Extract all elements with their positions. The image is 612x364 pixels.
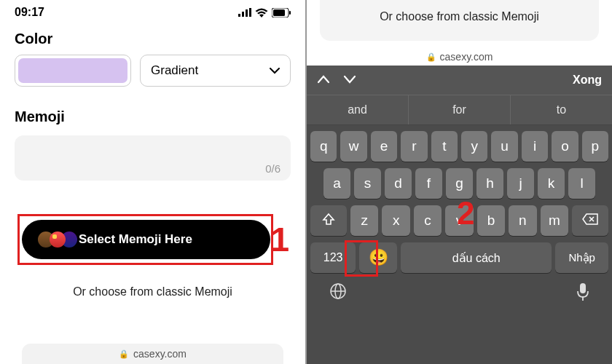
keyboard: q w e r t y u i o p a s d f g h j k l z: [307, 125, 612, 364]
key-x[interactable]: x: [382, 205, 409, 236]
key-f[interactable]: f: [415, 168, 442, 199]
annotation-step-2: 2: [457, 195, 474, 232]
backspace-icon: [582, 213, 598, 229]
chevron-down-icon: [270, 63, 280, 78]
suggestion-bar: and for to: [307, 95, 612, 125]
lock-icon: 🔒: [426, 52, 436, 62]
classic-memoji-card-label: Or choose from classic Memoji: [380, 10, 539, 23]
gradient-dropdown-label: Gradient: [151, 63, 198, 78]
key-g[interactable]: g: [446, 168, 473, 199]
url-text-right: casexy.com: [440, 51, 493, 63]
key-b[interactable]: b: [477, 205, 505, 236]
key-u[interactable]: u: [491, 131, 517, 162]
swatch-preview: [18, 58, 128, 83]
classic-memoji-prompt: Or choose from classic Memoji: [15, 285, 291, 298]
keyboard-next-icon[interactable]: [343, 74, 356, 87]
key-t[interactable]: t: [431, 131, 458, 162]
status-bar: 09:17: [0, 0, 305, 22]
classic-memoji-card[interactable]: Or choose from classic Memoji: [320, 0, 599, 41]
color-swatch-picker[interactable]: [15, 55, 131, 87]
key-y[interactable]: y: [461, 131, 487, 162]
keyboard-prev-icon[interactable]: [317, 74, 330, 87]
microphone-icon[interactable]: [576, 282, 589, 306]
gradient-dropdown[interactable]: Gradient: [140, 55, 291, 87]
key-a[interactable]: a: [323, 168, 350, 199]
key-q[interactable]: q: [310, 131, 337, 162]
key-n[interactable]: n: [509, 205, 536, 236]
url-text: casexy.com: [133, 348, 187, 360]
svg-rect-2: [246, 9, 248, 17]
address-bar-right[interactable]: 🔒 casexy.com: [307, 47, 612, 66]
cellular-signal-icon: [238, 8, 251, 17]
lock-icon: 🔒: [119, 349, 129, 359]
key-k[interactable]: k: [538, 168, 565, 199]
key-c[interactable]: c: [414, 205, 442, 236]
key-r[interactable]: r: [401, 131, 427, 162]
suggestion-item[interactable]: for: [409, 95, 511, 124]
key-p[interactable]: p: [582, 131, 608, 162]
key-e[interactable]: e: [371, 131, 397, 162]
globe-icon[interactable]: [329, 282, 347, 306]
key-space[interactable]: dấu cách: [401, 242, 552, 273]
memoji-section-label: Memoji: [15, 108, 291, 125]
annotation-highlight-2: [345, 240, 378, 277]
key-h[interactable]: h: [476, 168, 503, 199]
wifi-icon: [255, 8, 268, 17]
suggestion-item[interactable]: and: [307, 95, 409, 124]
svg-rect-6: [289, 11, 291, 15]
key-s[interactable]: s: [354, 168, 381, 199]
key-shift[interactable]: [310, 205, 347, 236]
keyboard-toolbar: Xong: [307, 66, 612, 95]
status-time: 09:17: [15, 6, 44, 19]
suggestion-item[interactable]: to: [511, 95, 612, 124]
key-w[interactable]: w: [340, 131, 366, 162]
svg-rect-5: [273, 9, 285, 16]
shift-icon: [322, 213, 335, 229]
key-z[interactable]: z: [350, 205, 378, 236]
memoji-input[interactable]: 0/6: [15, 135, 291, 181]
key-o[interactable]: o: [552, 131, 578, 162]
svg-rect-10: [580, 283, 586, 293]
right-panel: Or choose from classic Memoji 🔒 casexy.c…: [307, 0, 612, 364]
key-j[interactable]: j: [507, 168, 534, 199]
memoji-counter: 0/6: [265, 162, 280, 175]
svg-rect-1: [242, 12, 244, 17]
color-section-label: Color: [15, 31, 291, 47]
keyboard-done-button[interactable]: Xong: [573, 74, 602, 87]
battery-icon: [272, 8, 291, 17]
left-panel: 09:17 Color Gradient: [0, 0, 305, 364]
key-backspace[interactable]: [572, 205, 608, 236]
status-icons: [238, 8, 291, 17]
annotation-step-1: 1: [270, 220, 289, 259]
address-bar[interactable]: 🔒 casexy.com: [22, 344, 283, 364]
svg-rect-0: [238, 14, 240, 17]
key-m[interactable]: m: [541, 205, 568, 236]
key-d[interactable]: d: [385, 168, 412, 199]
key-l[interactable]: l: [568, 168, 595, 199]
key-i[interactable]: i: [522, 131, 548, 162]
key-enter[interactable]: Nhập: [555, 242, 608, 273]
svg-rect-3: [249, 8, 251, 17]
